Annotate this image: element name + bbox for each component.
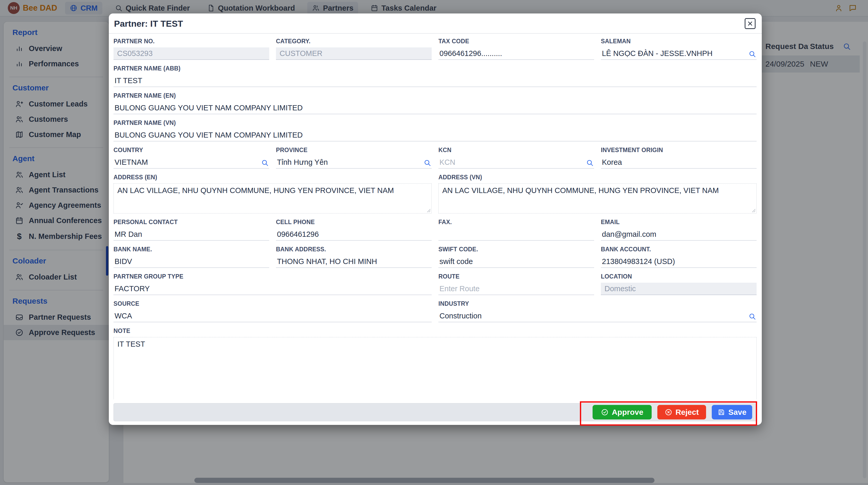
address-vn-textarea[interactable]: AN LAC VILLAGE, NHU QUYNH COMMUNE, HUNG … (438, 183, 756, 213)
app-root: NH Bee DAD CRM Quick Rate Finder Quotati… (0, 0, 868, 485)
bank-name-input[interactable]: BIDV (114, 255, 269, 268)
reject-button[interactable]: Reject (657, 405, 706, 420)
field-partner-name-vn: PARTNER NAME (VN) BULONG GUANG YOU VIET … (114, 119, 756, 142)
field-label: COUNTRY (114, 147, 269, 154)
address-vn-value: AN LAC VILLAGE, NHU QUYNH COMMUNE, HUNG … (442, 186, 719, 194)
resize-handle-icon[interactable] (752, 209, 755, 212)
search-icon[interactable] (586, 159, 594, 166)
country-input[interactable]: VIETNAM (114, 156, 269, 169)
bank-account-input[interactable]: 213804983124 (USD) (601, 255, 756, 268)
partner-name-vn-input[interactable]: BULONG GUANG YOU VIET NAM COMPANY LIMITE… (114, 129, 756, 142)
field-bank-account: BANK ACCOUNT. 213804983124 (USD) (601, 246, 756, 268)
field-address-en: ADDRESS (EN) AN LAC VILLAGE, NHU QUYNH C… (114, 174, 432, 213)
search-icon[interactable] (748, 312, 756, 320)
partner-name-en-input[interactable]: BULONG GUANG YOU VIET NAM COMPANY LIMITE… (114, 102, 756, 114)
field-label: ADDRESS (VN) (438, 174, 756, 181)
save-button[interactable]: Save (712, 405, 752, 420)
x-circle-icon (664, 408, 672, 416)
field-label: FAX. (438, 219, 594, 226)
search-icon[interactable] (748, 50, 756, 58)
category-input[interactable]: CUSTOMER (276, 48, 432, 60)
field-industry: INDUSTRY Construction (438, 300, 756, 322)
field-personal-contact: PERSONAL CONTACT MR Dan (114, 219, 269, 241)
field-label: KCN (438, 147, 594, 154)
field-investment-origin: INVESTMENT ORIGIN Korea (601, 147, 756, 169)
close-icon (747, 20, 753, 27)
route-input[interactable]: Enter Route (438, 283, 594, 295)
field-saleman: SALEMAN LÊ NGỌC ĐÀN - JESSE.VNHPH (601, 38, 756, 60)
field-country: COUNTRY VIETNAM (114, 147, 269, 169)
tax-code-input[interactable]: 0966461296.......... (438, 48, 594, 60)
field-label: SOURCE (114, 300, 432, 307)
field-location: LOCATION Domestic (601, 273, 756, 295)
field-address-vn: ADDRESS (VN) AN LAC VILLAGE, NHU QUYNH C… (438, 174, 756, 213)
field-label: PARTNER NAME (EN) (114, 92, 756, 99)
field-email: EMAIL dan@gmail.com (601, 219, 756, 241)
province-value: Tỉnh Hưng Yên (277, 158, 328, 166)
field-label: PARTNER NAME (ABB) (114, 65, 756, 72)
industry-input[interactable]: Construction (438, 310, 756, 322)
cell-phone-input[interactable]: 0966461296 (276, 228, 432, 241)
search-icon[interactable] (261, 159, 269, 166)
field-kcn: KCN KCN (438, 147, 594, 169)
field-partner-name-en: PARTNER NAME (EN) BULONG GUANG YOU VIET … (114, 92, 756, 114)
field-bank-name: BANK NAME. BIDV (114, 246, 269, 268)
partner-form: PARTNER NO. CS053293 CATEGORY. CUSTOMER … (109, 34, 762, 399)
location-input[interactable]: Domestic (601, 283, 756, 295)
field-label: BANK NAME. (114, 246, 269, 253)
field-label: PARTNER GROUP TYPE (114, 273, 432, 280)
close-button[interactable] (745, 18, 755, 29)
email-input[interactable]: dan@gmail.com (601, 228, 756, 241)
field-partner-no: PARTNER NO. CS053293 (114, 38, 269, 60)
saleman-input[interactable]: LÊ NGỌC ĐÀN - JESSE.VNHPH (601, 48, 756, 60)
field-label: PARTNER NAME (VN) (114, 119, 756, 126)
bank-address-input[interactable]: THONG NHAT, HO CHI MINH (276, 255, 432, 268)
field-label: EMAIL (601, 219, 756, 226)
field-note: NOTE IT TEST (114, 328, 756, 399)
field-label: ROUTE (438, 273, 594, 280)
field-partner-group-type: PARTNER GROUP TYPE FACTORY (114, 273, 432, 295)
field-label: CELL PHONE (276, 219, 432, 226)
field-tax-code: TAX CODE 0966461296.......... (438, 38, 594, 60)
field-source: SOURCE WCA (114, 300, 432, 322)
swift-code-input[interactable]: swift code (438, 255, 594, 268)
partner-no-input[interactable]: CS053293 (114, 48, 269, 60)
field-label: INVESTMENT ORIGIN (601, 147, 756, 154)
resize-handle-icon[interactable] (427, 209, 431, 212)
partner-name-abb-input[interactable]: IT TEST (114, 74, 756, 87)
modal-header: Partner: IT TEST (109, 13, 762, 34)
field-label: PARTNER NO. (114, 38, 269, 45)
field-partner-name-abb: PARTNER NAME (ABB) IT TEST (114, 65, 756, 87)
approve-button[interactable]: Approve (593, 405, 652, 420)
search-icon[interactable] (423, 159, 431, 166)
address-en-textarea[interactable]: AN LAC VILLAGE, NHU QUYNH COMMUNE, HUNG … (114, 183, 432, 213)
note-textarea[interactable]: IT TEST (114, 337, 756, 399)
fax-input[interactable] (438, 228, 594, 241)
modal-title: Partner: IT TEST (114, 19, 183, 29)
approve-button-label: Approve (612, 408, 643, 417)
source-input[interactable]: WCA (114, 310, 432, 322)
field-label: TAX CODE (438, 38, 594, 45)
field-label: SWIFT CODE. (438, 246, 594, 253)
field-label: CATEGORY. (276, 38, 432, 45)
partner-group-type-input[interactable]: FACTORY (114, 283, 432, 295)
field-swift-code: SWIFT CODE. swift code (438, 246, 594, 268)
field-route: ROUTE Enter Route (438, 273, 594, 295)
field-label: PERSONAL CONTACT (114, 219, 269, 226)
personal-contact-input[interactable]: MR Dan (114, 228, 269, 241)
save-button-label: Save (728, 408, 746, 417)
saleman-value: LÊ NGỌC ĐÀN - JESSE.VNHPH (602, 49, 713, 58)
kcn-input[interactable]: KCN (438, 156, 594, 169)
field-label: SALEMAN (601, 38, 756, 45)
field-label: NOTE (114, 328, 756, 334)
investment-origin-input[interactable]: Korea (601, 156, 756, 169)
note-value: IT TEST (117, 340, 145, 348)
field-category: CATEGORY. CUSTOMER (276, 38, 432, 60)
province-input[interactable]: Tỉnh Hưng Yên (276, 156, 432, 169)
field-cell-phone: CELL PHONE 0966461296 (276, 219, 432, 241)
floppy-save-icon (717, 408, 725, 416)
field-label: INDUSTRY (438, 300, 756, 307)
address-en-value: AN LAC VILLAGE, NHU QUYNH COMMUNE, HUNG … (117, 186, 394, 194)
field-label: PROVINCE (276, 147, 432, 154)
field-label: BANK ADDRESS. (276, 246, 432, 253)
